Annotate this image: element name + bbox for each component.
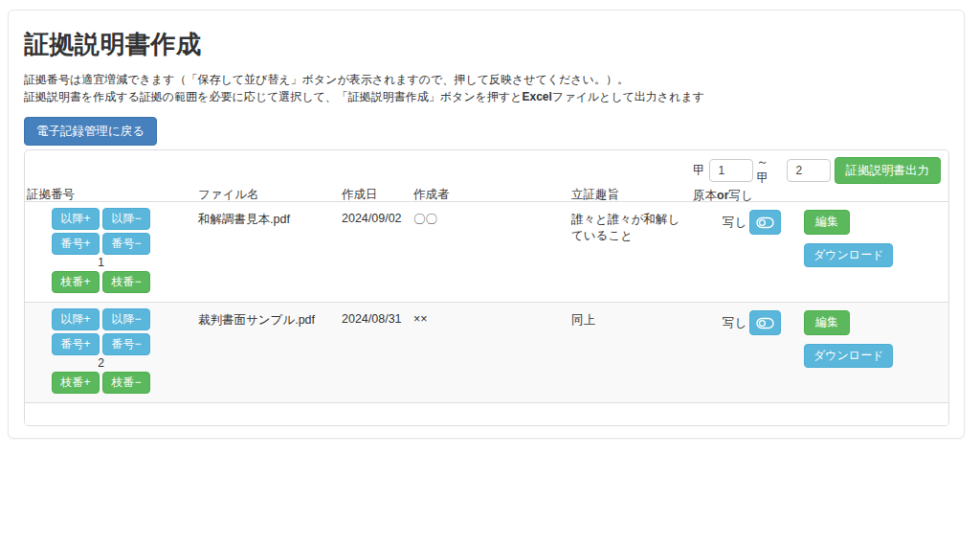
or-label-part: or: [717, 189, 729, 202]
evidence-number-buttons: 以降+ 以降− 番号+ 番号−: [52, 308, 150, 355]
toggle-off-icon: [756, 216, 774, 229]
page-title: 証拠説明書作成: [24, 28, 948, 61]
series-prefix-from: 甲: [693, 163, 705, 179]
download-button[interactable]: ダウンロード: [804, 243, 893, 268]
evidence-number-value: 1: [52, 255, 150, 271]
file-name-cell: 裁判書面サンプル.pdf: [196, 303, 340, 334]
description-line-1: 証拠番号は適宜増減できます（「保存して並び替え」ボタンが表示されますので、押して…: [24, 71, 948, 88]
range-to-input[interactable]: [787, 159, 831, 182]
after-minus-button[interactable]: 以降−: [102, 308, 150, 330]
row-actions-cell: 編集 ダウンロード: [794, 202, 948, 267]
evidence-table: 証拠番号 ファイル名 作成日 作成者 立証趣旨 甲 ～ 甲 証拠説明書出力 原本…: [24, 149, 949, 426]
creator-cell: ××: [412, 303, 569, 331]
copy-state-label: 写し: [723, 315, 746, 331]
number-minus-button[interactable]: 番号−: [102, 233, 150, 255]
branch-plus-button[interactable]: 枝番+: [52, 372, 100, 394]
empty-footer-row: [25, 402, 948, 425]
table-header-row: 証拠番号 ファイル名 作成日 作成者 立証趣旨 甲 ～ 甲 証拠説明書出力 原本…: [25, 150, 948, 201]
branch-minus-button[interactable]: 枝番−: [102, 372, 150, 394]
original-copy-toggle-button[interactable]: [749, 210, 781, 235]
original-label-part: 原本: [693, 189, 717, 202]
branch-number-buttons: 枝番+ 枝番−: [52, 372, 150, 394]
branch-plus-button[interactable]: 枝番+: [52, 271, 100, 293]
branch-number-buttons: 枝番+ 枝番−: [52, 271, 150, 293]
download-button[interactable]: ダウンロード: [804, 344, 893, 369]
description-line-2-post: ファイルとして出力されます: [552, 90, 704, 103]
number-plus-button[interactable]: 番号+: [52, 233, 100, 255]
description-line-2-excel: Excel: [523, 90, 552, 103]
created-date-cell: 2024/08/31: [340, 303, 412, 331]
evidence-number-cell: 以降+ 以降− 番号+ 番号− 2 枝番+ 枝番−: [25, 303, 196, 394]
edit-button[interactable]: 編集: [804, 310, 850, 335]
after-plus-button[interactable]: 以降+: [52, 208, 100, 230]
original-or-copy-cell: 写し: [693, 202, 794, 235]
table-row: 以降+ 以降− 番号+ 番号− 2 枝番+ 枝番− 裁判書面サンプル.pdf 2…: [25, 302, 948, 402]
range-from-input[interactable]: [709, 159, 753, 182]
back-to-electronic-records-button[interactable]: 電子記録管理に戻る: [24, 117, 157, 146]
original-or-copy-cell: 写し: [693, 303, 794, 335]
purpose-cell: 同上: [569, 303, 693, 334]
number-plus-button[interactable]: 番号+: [52, 333, 100, 355]
creator-cell: 〇〇: [412, 202, 569, 234]
number-minus-button[interactable]: 番号−: [102, 333, 150, 355]
branch-minus-button[interactable]: 枝番−: [102, 271, 150, 293]
copy-label-part: 写し: [729, 189, 753, 202]
table-row: 以降+ 以降− 番号+ 番号− 1 枝番+ 枝番− 和解調書見本.pdf 202…: [25, 201, 948, 302]
range-separator: ～ 甲: [757, 154, 783, 187]
edit-button[interactable]: 編集: [804, 210, 850, 235]
export-evidence-statement-button[interactable]: 証拠説明書出力: [835, 157, 942, 184]
copy-state-label: 写し: [723, 215, 746, 231]
created-date-cell: 2024/09/02: [340, 202, 412, 231]
description-line-2: 証拠説明書を作成する証拠の範囲を必要に応じて選択して、「証拠説明書作成」ボタンを…: [24, 88, 948, 105]
description-line-1-text: 証拠番号は適宜増減できます（「保存して並び替え」ボタンが表示されますので、押して…: [24, 73, 629, 86]
row-actions-cell: 編集 ダウンロード: [794, 303, 948, 368]
toggle-off-icon: [756, 317, 774, 329]
after-plus-button[interactable]: 以降+: [52, 308, 100, 330]
evidence-number-cell: 以降+ 以降− 番号+ 番号− 1 枝番+ 枝番−: [25, 202, 196, 293]
after-minus-button[interactable]: 以降−: [102, 208, 150, 230]
original-copy-toggle-button[interactable]: [749, 310, 781, 335]
evidence-number-value: 2: [52, 355, 150, 372]
purpose-cell: 誰々と誰々が和解していること: [569, 202, 693, 250]
description-line-2-pre: 証拠説明書を作成する証拠の範囲を必要に応じて選択して、「証拠説明書作成」ボタンを…: [24, 90, 523, 103]
export-range-row: 甲 ～ 甲 証拠説明書出力: [693, 154, 941, 187]
evidence-statement-card: 証拠説明書作成 証拠番号は適宜増減できます（「保存して並び替え」ボタンが表示され…: [8, 10, 965, 439]
evidence-number-buttons: 以降+ 以降− 番号+ 番号−: [52, 208, 150, 255]
file-name-cell: 和解調書見本.pdf: [196, 202, 340, 234]
